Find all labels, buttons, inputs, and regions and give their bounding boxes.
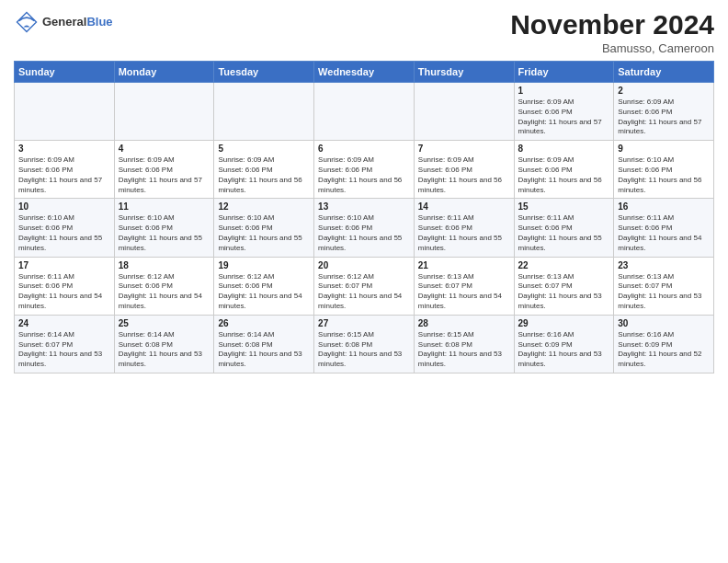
calendar-cell: 20Sunrise: 6:12 AM Sunset: 6:07 PM Dayli… [314,257,415,315]
day-number: 1 [518,86,610,96]
calendar-cell: 10Sunrise: 6:10 AM Sunset: 6:06 PM Dayli… [15,199,115,257]
calendar-cell: 16Sunrise: 6:11 AM Sunset: 6:06 PM Dayli… [614,199,714,257]
day-number: 30 [618,318,710,328]
day-number: 18 [119,260,210,270]
calendar-cell: 30Sunrise: 6:16 AM Sunset: 6:09 PM Dayli… [614,315,714,373]
day-number: 17 [18,260,110,270]
day-info: Sunrise: 6:16 AM Sunset: 6:09 PM Dayligh… [518,330,610,370]
weekday-header-friday: Friday [514,62,614,83]
calendar-cell: 24Sunrise: 6:14 AM Sunset: 6:07 PM Dayli… [15,315,115,373]
calendar-cell: 17Sunrise: 6:11 AM Sunset: 6:06 PM Dayli… [15,257,115,315]
day-info: Sunrise: 6:10 AM Sunset: 6:06 PM Dayligh… [218,213,310,253]
weekday-header-thursday: Thursday [414,62,514,83]
day-number: 26 [218,318,310,328]
calendar-cell: 5Sunrise: 6:09 AM Sunset: 6:06 PM Daylig… [214,141,314,199]
title-block: November 2024 Bamusso, Cameroon [510,9,714,55]
header: GeneralBlue November 2024 Bamusso, Camer… [14,9,714,55]
day-number: 27 [318,318,410,328]
day-info: Sunrise: 6:13 AM Sunset: 6:07 PM Dayligh… [618,272,710,312]
logo-general: General [42,15,86,29]
day-number: 25 [119,318,210,328]
calendar-cell: 3Sunrise: 6:09 AM Sunset: 6:06 PM Daylig… [15,141,115,199]
calendar: SundayMondayTuesdayWednesdayThursdayFrid… [14,61,714,373]
calendar-cell [15,83,115,141]
day-info: Sunrise: 6:16 AM Sunset: 6:09 PM Dayligh… [618,330,710,370]
calendar-cell: 19Sunrise: 6:12 AM Sunset: 6:06 PM Dayli… [214,257,314,315]
day-info: Sunrise: 6:11 AM Sunset: 6:06 PM Dayligh… [18,272,110,312]
calendar-cell: 14Sunrise: 6:11 AM Sunset: 6:06 PM Dayli… [414,199,514,257]
day-number: 23 [618,260,710,270]
day-number: 9 [618,144,710,154]
day-info: Sunrise: 6:15 AM Sunset: 6:08 PM Dayligh… [418,330,510,370]
day-number: 7 [418,144,510,154]
day-info: Sunrise: 6:11 AM Sunset: 6:06 PM Dayligh… [518,213,610,253]
day-info: Sunrise: 6:15 AM Sunset: 6:08 PM Dayligh… [318,330,410,370]
day-number: 8 [518,144,610,154]
weekday-header-monday: Monday [114,62,214,83]
calendar-cell: 1Sunrise: 6:09 AM Sunset: 6:06 PM Daylig… [514,83,614,141]
day-number: 6 [318,144,410,154]
day-info: Sunrise: 6:09 AM Sunset: 6:06 PM Dayligh… [518,155,610,195]
calendar-cell [114,83,214,141]
day-number: 19 [218,260,310,270]
calendar-cell: 22Sunrise: 6:13 AM Sunset: 6:07 PM Dayli… [514,257,614,315]
calendar-cell [414,83,514,141]
day-info: Sunrise: 6:14 AM Sunset: 6:08 PM Dayligh… [119,330,210,370]
day-info: Sunrise: 6:09 AM Sunset: 6:06 PM Dayligh… [618,98,710,137]
day-number: 22 [518,260,610,270]
month-title: November 2024 [510,9,714,40]
day-info: Sunrise: 6:12 AM Sunset: 6:07 PM Dayligh… [318,272,410,312]
day-number: 20 [318,260,410,270]
day-number: 11 [119,201,210,212]
calendar-cell: 26Sunrise: 6:14 AM Sunset: 6:08 PM Dayli… [214,315,314,373]
day-number: 12 [218,201,310,212]
day-info: Sunrise: 6:10 AM Sunset: 6:06 PM Dayligh… [318,213,410,253]
day-number: 3 [18,144,110,154]
calendar-cell: 29Sunrise: 6:16 AM Sunset: 6:09 PM Dayli… [514,315,614,373]
weekday-header-wednesday: Wednesday [314,62,415,83]
day-info: Sunrise: 6:10 AM Sunset: 6:06 PM Dayligh… [119,213,210,253]
calendar-cell: 12Sunrise: 6:10 AM Sunset: 6:06 PM Dayli… [214,199,314,257]
calendar-cell: 13Sunrise: 6:10 AM Sunset: 6:06 PM Dayli… [314,199,415,257]
calendar-cell: 4Sunrise: 6:09 AM Sunset: 6:06 PM Daylig… [114,141,214,199]
calendar-cell [214,83,314,141]
weekday-header-tuesday: Tuesday [214,62,314,83]
calendar-cell: 27Sunrise: 6:15 AM Sunset: 6:08 PM Dayli… [314,315,415,373]
logo-icon [14,9,40,35]
weekday-header-saturday: Saturday [614,62,714,83]
day-number: 15 [518,201,610,212]
weekday-header-sunday: Sunday [15,62,115,83]
day-info: Sunrise: 6:12 AM Sunset: 6:06 PM Dayligh… [218,272,310,312]
day-info: Sunrise: 6:09 AM Sunset: 6:06 PM Dayligh… [418,155,510,195]
calendar-cell: 9Sunrise: 6:10 AM Sunset: 6:06 PM Daylig… [614,141,714,199]
location: Bamusso, Cameroon [510,41,714,55]
calendar-cell: 23Sunrise: 6:13 AM Sunset: 6:07 PM Dayli… [614,257,714,315]
day-info: Sunrise: 6:12 AM Sunset: 6:06 PM Dayligh… [119,272,210,312]
day-number: 24 [18,318,110,328]
day-info: Sunrise: 6:09 AM Sunset: 6:06 PM Dayligh… [318,155,410,195]
day-number: 4 [119,144,210,154]
calendar-cell: 11Sunrise: 6:10 AM Sunset: 6:06 PM Dayli… [114,199,214,257]
day-number: 16 [618,201,710,212]
day-info: Sunrise: 6:10 AM Sunset: 6:06 PM Dayligh… [18,213,110,253]
calendar-cell: 18Sunrise: 6:12 AM Sunset: 6:06 PM Dayli… [114,257,214,315]
logo: GeneralBlue [14,9,113,35]
calendar-cell: 6Sunrise: 6:09 AM Sunset: 6:06 PM Daylig… [314,141,415,199]
day-info: Sunrise: 6:14 AM Sunset: 6:08 PM Dayligh… [218,330,310,370]
calendar-cell: 8Sunrise: 6:09 AM Sunset: 6:06 PM Daylig… [514,141,614,199]
page: GeneralBlue November 2024 Bamusso, Camer… [0,0,728,563]
calendar-cell: 15Sunrise: 6:11 AM Sunset: 6:06 PM Dayli… [514,199,614,257]
day-number: 29 [518,318,610,328]
calendar-cell: 7Sunrise: 6:09 AM Sunset: 6:06 PM Daylig… [414,141,514,199]
day-info: Sunrise: 6:10 AM Sunset: 6:06 PM Dayligh… [618,155,710,195]
day-info: Sunrise: 6:09 AM Sunset: 6:06 PM Dayligh… [518,98,610,137]
day-info: Sunrise: 6:13 AM Sunset: 6:07 PM Dayligh… [418,272,510,312]
day-number: 14 [418,201,510,212]
day-info: Sunrise: 6:13 AM Sunset: 6:07 PM Dayligh… [518,272,610,312]
logo-blue: Blue [86,15,112,29]
calendar-cell: 28Sunrise: 6:15 AM Sunset: 6:08 PM Dayli… [414,315,514,373]
day-number: 2 [618,86,710,96]
calendar-cell [314,83,415,141]
day-info: Sunrise: 6:11 AM Sunset: 6:06 PM Dayligh… [418,213,510,253]
day-number: 21 [418,260,510,270]
